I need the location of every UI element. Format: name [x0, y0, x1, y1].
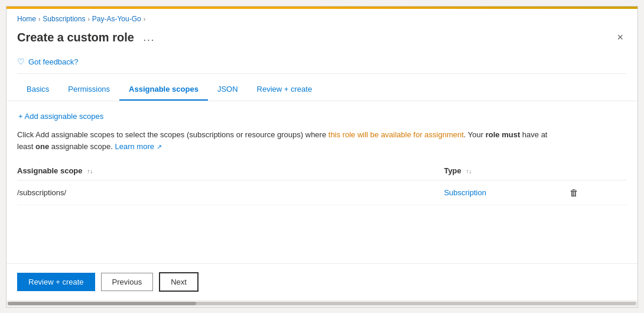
close-button[interactable]: ×: [613, 29, 627, 46]
review-create-button[interactable]: Review + create: [17, 273, 95, 291]
add-assignable-scopes-button[interactable]: + Add assignable scopes: [17, 109, 105, 123]
col-header-scope: Assignable scope ↑↓: [17, 162, 444, 180]
info-text-2: . Your: [464, 130, 486, 139]
delete-row-button[interactable]: 🗑: [566, 186, 582, 199]
sort-icon-scope[interactable]: ↑↓: [87, 169, 93, 175]
breadcrumb-chevron-2: ›: [87, 16, 89, 22]
breadcrumb: Home › Subscriptions › Pay-As-You-Go ›: [6, 9, 638, 27]
col-header-action: [566, 162, 627, 180]
info-text: Click Add assignable scopes to select th…: [17, 129, 549, 152]
external-link-icon: ↗: [157, 143, 162, 150]
feedback-row[interactable]: ♡ Got feedback?: [6, 53, 638, 73]
info-text-orange: this role will be available for assignme…: [328, 130, 464, 139]
action-cell: 🗑: [566, 180, 627, 205]
col-header-type: Type ↑↓: [444, 162, 565, 180]
breadcrumb-home[interactable]: Home: [17, 15, 36, 23]
header-left: Create a custom role ...: [17, 31, 158, 44]
scrollbar-track: [8, 302, 636, 305]
breadcrumb-chevron-1: ›: [38, 16, 40, 22]
page-title: Create a custom role: [17, 31, 134, 44]
breadcrumb-payasyougo[interactable]: Pay-As-You-Go: [92, 15, 141, 23]
info-text-4: assignable scope.: [49, 142, 115, 151]
scrollbar[interactable]: [6, 300, 638, 307]
footer: Review + create Previous Next: [6, 263, 638, 300]
sort-icon-type[interactable]: ↑↓: [466, 169, 471, 175]
ellipsis-button[interactable]: ...: [140, 31, 158, 44]
content-area: + Add assignable scopes Click Add assign…: [6, 101, 638, 263]
tab-assignable-scopes[interactable]: Assignable scopes: [119, 79, 208, 101]
tab-json[interactable]: JSON: [208, 79, 248, 101]
table-row: /subscriptions/ Subscription 🗑: [17, 180, 627, 205]
next-button[interactable]: Next: [159, 272, 199, 292]
learn-more-link[interactable]: Learn more: [115, 142, 154, 151]
table-header-row: Assignable scope ↑↓ Type ↑↓: [17, 162, 627, 180]
breadcrumb-subscriptions[interactable]: Subscriptions: [43, 15, 85, 23]
assignable-scopes-table: Assignable scope ↑↓ Type ↑↓ /subscriptio…: [17, 162, 627, 205]
header: Create a custom role ... ×: [6, 27, 638, 53]
scope-cell: /subscriptions/: [17, 180, 444, 205]
feedback-label: Got feedback?: [28, 57, 79, 66]
tab-permissions[interactable]: Permissions: [58, 79, 119, 101]
tab-review-create[interactable]: Review + create: [248, 79, 322, 101]
info-text-1: Click Add assignable scopes to select th…: [17, 130, 328, 139]
heart-icon: ♡: [17, 57, 25, 66]
info-text-bold1: role must: [486, 130, 521, 139]
previous-button[interactable]: Previous: [101, 273, 154, 291]
breadcrumb-chevron-3: ›: [144, 16, 145, 22]
tabs: Basics Permissions Assignable scopes JSO…: [6, 79, 638, 101]
type-cell: Subscription: [444, 180, 565, 205]
scrollbar-thumb: [8, 302, 196, 305]
divider-1: [17, 73, 627, 74]
tab-basics[interactable]: Basics: [17, 79, 58, 101]
info-text-bold2: one: [35, 142, 49, 151]
